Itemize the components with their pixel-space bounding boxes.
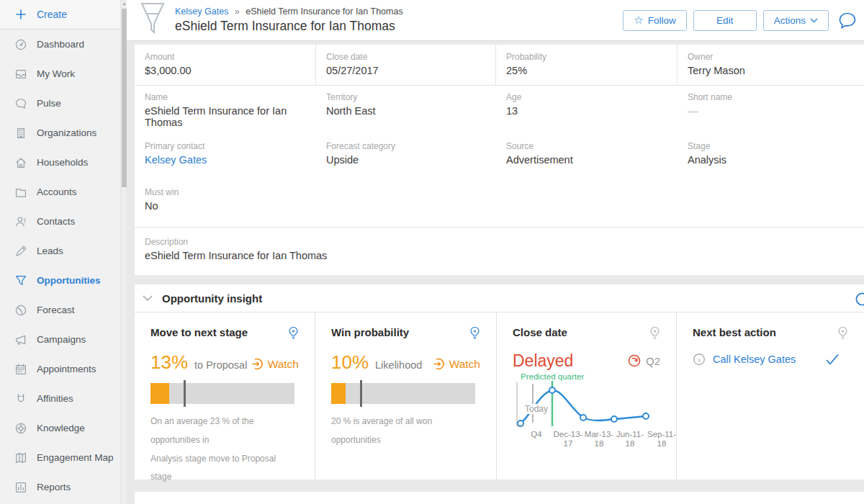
tab-leads[interactable]: Leads	[325, 492, 354, 504]
app-window: Create DashboardMy WorkPulseOrganization…	[0, 0, 864, 504]
breadcrumb-link[interactable]: Kelsey Gates	[175, 6, 228, 17]
predicted-quarter-badge: Q2	[627, 354, 660, 368]
sidebar-item-knowledge[interactable]: Knowledge	[0, 413, 127, 443]
watch-button[interactable]: Watch	[432, 357, 480, 371]
field-probability: Probability25%	[496, 45, 678, 85]
field-value: No	[145, 200, 306, 212]
field-value: 25%	[506, 65, 667, 76]
stage-caption: On an average 23 % of the opportunities …	[150, 413, 299, 487]
insight-card-close-date: Close date Delayed	[497, 312, 677, 480]
sidebar-item-label: Leads	[37, 246, 63, 256]
tab-details[interactable]: Details	[151, 492, 184, 504]
sidebar-item-label: Knowledge	[37, 423, 85, 433]
field-close-date: Close date05/27/2017	[316, 45, 496, 85]
sidebar-item-households[interactable]: Households	[0, 148, 127, 177]
chevron-down-icon[interactable]	[143, 295, 153, 302]
star-icon: ☆	[634, 14, 643, 27]
page-content: Amount$3,000.00Close date05/27/2017Proba…	[127, 41, 864, 504]
sidebar-item-leads[interactable]: Leads	[0, 236, 127, 266]
check-icon[interactable]	[825, 354, 840, 365]
follow-button[interactable]: ☆ Follow	[623, 10, 686, 31]
opportunity-insight-section: Opportunity insight Move to next stage	[135, 284, 864, 480]
sidebar-item-organizations[interactable]: Organizations	[0, 118, 127, 148]
field-label: Short name	[688, 92, 854, 102]
sidebar-item-accounts[interactable]: Accounts	[0, 177, 127, 207]
sidebar-item-label: Contacts	[37, 216, 75, 227]
chat-bubble-icon[interactable]	[838, 12, 857, 30]
field-label: Name	[145, 92, 306, 102]
sidebar-nav: DashboardMy WorkPulseOrganizationsHouseh…	[0, 30, 127, 502]
today-label: Today	[523, 404, 550, 414]
field-label: Probability	[506, 52, 667, 62]
affinities-icon	[14, 392, 27, 405]
card-title: Move to next stage	[150, 326, 248, 338]
field-row: NameeShield Term Insurance for Ian Thoma…	[135, 86, 864, 135]
sidebar-item-my-work[interactable]: My Work	[0, 59, 127, 89]
lightbulb-icon[interactable]	[837, 326, 848, 343]
opportunity-funnel-icon	[140, 2, 166, 38]
record-header: Kelsey Gates » eShield Term Insurance fo…	[127, 0, 864, 41]
card-title: Close date	[513, 326, 567, 338]
contacts-icon	[14, 215, 27, 228]
field-label: Description	[145, 237, 854, 247]
delayed-arrow-icon	[627, 354, 642, 368]
x-tick: Mar-13-18	[582, 430, 616, 449]
watch-icon	[432, 357, 446, 371]
insight-card-next-best-action: Next best action	[677, 312, 864, 480]
field-label: Close date	[326, 52, 485, 62]
lightbulb-icon[interactable]	[469, 326, 480, 343]
tab-contacts[interactable]: Contacts	[203, 492, 244, 504]
record-tabs: DetailsContactsActivitiesLeadsClose plan…	[151, 492, 864, 504]
field-value[interactable]: Kelsey Gates	[145, 154, 306, 166]
lightbulb-icon[interactable]	[288, 326, 299, 343]
scrollbar-up-arrow[interactable]: ▲	[122, 1, 127, 6]
field-short-name: Short name—	[678, 86, 864, 135]
sidebar-item-label: Opportunities	[37, 275, 101, 286]
lightbulb-icon[interactable]	[649, 326, 660, 343]
field-value: —	[688, 105, 854, 117]
dashboard-icon	[14, 38, 27, 51]
sidebar-scrollbar[interactable]: ▲	[120, 0, 127, 504]
sidebar-item-appointments[interactable]: Appointments	[0, 354, 127, 384]
sidebar-item-label: Affinities	[37, 393, 73, 404]
header-text: Kelsey Gates » eShield Term Insurance fo…	[175, 6, 403, 34]
field-value: 05/27/2017	[326, 65, 485, 76]
tab-activities[interactable]: Activities	[264, 492, 305, 504]
field-value: Analysis	[688, 154, 854, 166]
sidebar-item-contacts[interactable]: Contacts	[0, 207, 127, 236]
edit-button[interactable]: Edit	[693, 10, 757, 31]
sidebar-item-reports[interactable]: Reports	[0, 472, 127, 502]
watch-button[interactable]: Watch	[251, 357, 299, 371]
actions-button[interactable]: Actions	[763, 10, 829, 31]
opportunity-fields-card: Amount$3,000.00Close date05/27/2017Proba…	[135, 45, 864, 275]
field-label: Must win	[145, 187, 306, 197]
field-value: eShield Term Insurance for Ian Thomas	[145, 250, 854, 261]
page-title: eShield Term Insurance for Ian Thomas	[175, 19, 403, 34]
tab-close-plans[interactable]: Close plans	[374, 492, 428, 504]
sidebar-item-engagement-map[interactable]: Engagement Map	[0, 443, 127, 472]
tab-attachments[interactable]: Attachments	[446, 492, 503, 504]
sidebar-item-forecast[interactable]: Forecast	[0, 295, 127, 325]
sidebar-item-opportunities[interactable]: Opportunities	[0, 266, 127, 295]
sidebar-item-label: Dashboard	[37, 39, 84, 50]
campaigns-icon	[14, 333, 27, 346]
tab-sales-team[interactable]: Sales team	[523, 492, 575, 504]
sidebar-item-affinities[interactable]: Affinities	[0, 384, 127, 413]
x-tick: Dec-13-17	[552, 430, 585, 449]
reports-icon	[14, 481, 27, 494]
sidebar-item-campaigns[interactable]: Campaigns	[0, 325, 127, 354]
field-description: DescriptioneShield Term Insurance for Ia…	[135, 230, 864, 268]
info-icon[interactable]	[693, 353, 706, 366]
sidebar-item-label: Organizations	[37, 127, 96, 138]
next-best-action-link[interactable]: Call Kelsey Gates	[713, 354, 796, 365]
create-button[interactable]: Create	[0, 0, 127, 30]
sidebar-item-dashboard[interactable]: Dashboard	[0, 30, 127, 59]
breadcrumb-current: eShield Term Insurance for Ian Thomas	[246, 6, 402, 17]
field-label: Stage	[688, 141, 854, 151]
refresh-icon[interactable]	[854, 291, 864, 310]
my-work-icon	[14, 68, 27, 81]
forecast-icon	[14, 304, 27, 317]
scrollbar-thumb[interactable]	[122, 9, 127, 187]
sidebar-item-pulse[interactable]: Pulse	[0, 89, 127, 118]
progress-fill	[150, 383, 169, 404]
